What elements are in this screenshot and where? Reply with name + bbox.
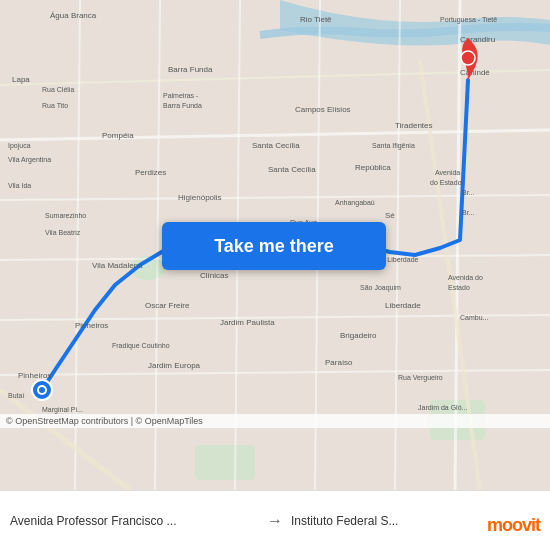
svg-text:Vila Madalena: Vila Madalena (92, 261, 143, 270)
svg-text:Br...: Br... (462, 209, 475, 216)
svg-text:Santa Ifigênia: Santa Ifigênia (372, 142, 415, 150)
route-info: Avenida Professor Francisco ... → Instit… (10, 512, 540, 530)
svg-text:Higienópolis: Higienópolis (178, 193, 222, 202)
bottom-bar: Avenida Professor Francisco ... → Instit… (0, 490, 550, 550)
svg-text:Barra Funda: Barra Funda (168, 65, 213, 74)
svg-text:Jardim da Gló...: Jardim da Gló... (418, 404, 467, 411)
svg-text:Santa Cecília: Santa Cecília (268, 165, 316, 174)
arrow-icon: → (267, 512, 283, 530)
svg-text:Água Branca: Água Branca (50, 11, 97, 20)
svg-text:Paraíso: Paraíso (325, 358, 353, 367)
svg-text:Anhangabaú: Anhangabaú (335, 199, 375, 207)
take-me-there-button[interactable]: Take me there (162, 222, 386, 270)
svg-text:Jardim Europa: Jardim Europa (148, 361, 201, 370)
svg-rect-2 (195, 445, 255, 480)
svg-text:Pinheiros: Pinheiros (75, 321, 108, 330)
svg-text:Marginal Pi...: Marginal Pi... (42, 406, 83, 414)
svg-text:Santa Cecília: Santa Cecília (252, 141, 300, 150)
map-attribution: © OpenStreetMap contributors | © OpenMap… (0, 414, 550, 428)
svg-text:República: República (355, 163, 391, 172)
svg-text:Oscar Freire: Oscar Freire (145, 301, 190, 310)
svg-text:Estado: Estado (448, 284, 470, 291)
svg-text:Clínicas: Clínicas (200, 271, 228, 280)
svg-text:Rua Tito: Rua Tito (42, 102, 68, 109)
svg-text:Jardim Paulista: Jardim Paulista (220, 318, 275, 327)
svg-text:Palmeiras -: Palmeiras - (163, 92, 199, 99)
svg-text:Brigadeiro: Brigadeiro (340, 331, 377, 340)
svg-text:Rua Vergueiro: Rua Vergueiro (398, 374, 443, 382)
map-container: Água Branca Rio Tietê Portuguesa - Tietê… (0, 0, 550, 490)
svg-text:Campos Elísios: Campos Elísios (295, 105, 351, 114)
svg-text:Sumarezinho: Sumarezinho (45, 212, 86, 219)
svg-text:Pinheiros: Pinheiros (18, 371, 51, 380)
moovit-logo: moovit (487, 515, 540, 536)
svg-text:Vila Argentina: Vila Argentina (8, 156, 51, 164)
svg-text:Avenida: Avenida (435, 169, 460, 176)
svg-text:Liberdade: Liberdade (385, 301, 421, 310)
svg-text:Perdizes: Perdizes (135, 168, 166, 177)
svg-text:Canindé: Canindé (460, 68, 490, 77)
svg-text:Rio Tietê: Rio Tietê (300, 15, 332, 24)
svg-text:Avenida do: Avenida do (448, 274, 483, 281)
svg-text:Sé: Sé (385, 211, 395, 220)
svg-text:Barra Funda: Barra Funda (163, 102, 202, 109)
svg-text:Cambu...: Cambu... (460, 314, 488, 321)
svg-text:Vila Beatriz: Vila Beatriz (45, 229, 81, 236)
svg-text:Br...: Br... (462, 189, 475, 196)
svg-text:Butaí: Butaí (8, 392, 24, 399)
svg-point-74 (461, 51, 475, 65)
svg-text:Tiradentes: Tiradentes (395, 121, 433, 130)
route-from: Avenida Professor Francisco ... (10, 514, 259, 528)
svg-text:Vila Ida: Vila Ida (8, 182, 31, 189)
svg-text:Fradique Coutinho: Fradique Coutinho (112, 342, 170, 350)
svg-text:Pompéia: Pompéia (102, 131, 134, 140)
svg-text:Lapa: Lapa (12, 75, 30, 84)
svg-text:São Joaquim: São Joaquim (360, 284, 401, 292)
svg-text:do Estado: do Estado (430, 179, 462, 186)
svg-text:Rua Clélia: Rua Clélia (42, 86, 74, 93)
svg-point-73 (39, 387, 45, 393)
svg-text:Portuguesa - Tietê: Portuguesa - Tietê (440, 16, 497, 24)
svg-text:Ipojuca: Ipojuca (8, 142, 31, 150)
